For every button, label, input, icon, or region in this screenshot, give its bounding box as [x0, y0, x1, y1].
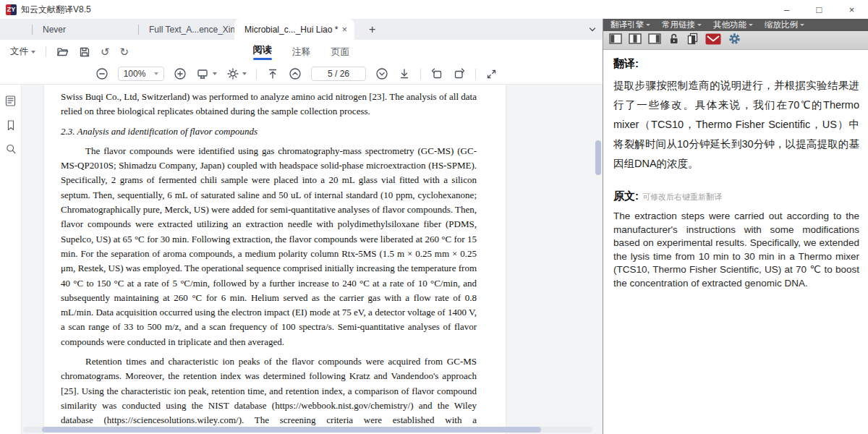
horizontal-scrollbar-thumb[interactable] [42, 427, 541, 433]
search-button[interactable] [5, 143, 17, 155]
unlock-icon [668, 33, 680, 45]
tab-label: Never [43, 25, 66, 35]
thumbnails-button[interactable] [4, 95, 17, 107]
doc-paragraph[interactable]: Swiss Buqi Co., Ltd, Switzerland) was pe… [61, 90, 477, 119]
page-indicator-value: 5 / 26 [328, 69, 349, 79]
menu-common-links[interactable]: 常用链接 [662, 20, 702, 30]
toolbar-divider [256, 69, 257, 80]
original-heading: 原文: [613, 190, 639, 202]
display-mode-button[interactable] [196, 67, 217, 80]
rotate-right-button[interactable] [453, 67, 466, 80]
maximize-button[interactable]: □ [803, 0, 835, 19]
toolbar-divider [46, 46, 46, 57]
outline-icon [4, 95, 17, 107]
save-button[interactable] [79, 46, 90, 58]
toolbar-divider [420, 69, 421, 80]
bookmarks-button[interactable] [5, 119, 17, 131]
folder-open-icon [56, 46, 69, 58]
next-page-button[interactable] [375, 67, 388, 80]
minimize-button[interactable]: – [770, 0, 803, 19]
tab-page[interactable]: 页面 [331, 46, 350, 59]
zoom-out-button[interactable] [95, 67, 109, 80]
brightness-button[interactable] [226, 67, 247, 80]
minus-circle-icon [95, 67, 109, 80]
doc-section-heading[interactable]: 2.3. Analysis and identification of flav… [61, 124, 477, 139]
translation-text: 提取步骤按照制造商的说明进行，并根据实验结果进行了一些修改。具体来说，我们在70… [613, 76, 859, 174]
undo-button[interactable]: ↺ [101, 46, 110, 57]
file-menu-label: 文件 [10, 46, 28, 58]
tab-close-icon[interactable]: × [340, 24, 349, 35]
sidebar-rail [0, 85, 22, 434]
window-controls: – □ × [770, 0, 868, 19]
menu-zoom-ratio[interactable]: 缩放比例 [765, 20, 804, 30]
close-button[interactable]: × [835, 0, 868, 19]
translation-iconbar [603, 31, 868, 50]
settings-button[interactable] [728, 32, 741, 48]
arrow-to-top-icon [266, 67, 279, 80]
dropdown-caret-icon [800, 24, 804, 26]
brightness-icon [226, 67, 239, 80]
layout-right-button[interactable] [648, 33, 661, 47]
open-file-button[interactable] [56, 46, 69, 58]
translation-menubar: 翻译引擎 常用链接 其他功能 缩放比例 [603, 19, 868, 31]
plus-circle-icon [174, 67, 187, 80]
zoom-level-select[interactable]: 100% [118, 67, 164, 81]
vertical-scrollbar-thumb[interactable] [595, 140, 601, 175]
rotate-left-icon [430, 67, 443, 80]
mail-button[interactable] [705, 33, 721, 48]
dropdown-caret-icon [749, 24, 753, 26]
rotate-left-button[interactable] [430, 67, 443, 80]
zoom-in-button[interactable] [174, 67, 187, 80]
layout-right-icon [648, 33, 661, 44]
layout-center-button[interactable] [629, 33, 642, 47]
copy-icon [686, 33, 699, 45]
menu-label: 常用链接 [662, 20, 695, 30]
pdf-viewport[interactable]: Swiss Buqi Co., Ltd, Switzerland) was pe… [22, 85, 603, 434]
chevron-down-circle-icon [375, 67, 388, 80]
view-toolbar: 100% [0, 64, 603, 85]
display-mode-icon [196, 67, 210, 80]
scroll-to-top-button[interactable] [266, 67, 279, 80]
page-number-input[interactable]: 5 / 26 [311, 67, 366, 81]
tab-label: Microbial_c..._Hui Liao * [244, 25, 338, 35]
original-text[interactable]: The extraction steps were carried out ac… [613, 210, 859, 291]
pdf-page[interactable]: Swiss Buqi Co., Ltd, Switzerland) was pe… [44, 85, 506, 434]
titlebar: ZY 知云文献翻译V8.5 – □ × [0, 0, 868, 19]
prev-page-button[interactable] [289, 67, 302, 80]
tab-read[interactable]: 阅读 [253, 43, 272, 60]
chevron-up-circle-icon [289, 67, 302, 80]
unlock-button[interactable] [668, 33, 680, 48]
dropdown-caret-icon [31, 51, 35, 54]
doc-paragraph[interactable]: Retention times and characteristic ion p… [61, 354, 477, 427]
scroll-to-bottom-button[interactable] [398, 67, 411, 80]
layout-left-button[interactable] [609, 33, 622, 47]
menu-label: 缩放比例 [765, 20, 798, 30]
new-tab-button[interactable]: + [365, 22, 380, 37]
layout-left-icon [609, 33, 622, 44]
menu-label: 其他功能 [713, 20, 746, 30]
layout-center-icon [629, 33, 642, 44]
mail-icon [705, 33, 721, 45]
copy-button[interactable] [686, 33, 699, 48]
menu-translation-engine[interactable]: 翻译引擎 [610, 20, 650, 30]
rotate-right-icon [453, 67, 466, 80]
arrow-to-bottom-icon [398, 67, 411, 80]
file-menu[interactable]: 文件 [10, 46, 35, 58]
save-icon [79, 46, 90, 58]
tab-fulltext-xinhua[interactable]: Full Text_A...ence_Xinhua [139, 19, 234, 40]
tab-never[interactable]: Never [33, 19, 138, 40]
app-title: 知云文献翻译V8.5 [21, 4, 91, 16]
dropdown-caret-icon [242, 72, 247, 75]
tab-microbial-active[interactable]: Microbial_c..._Hui Liao * × [234, 19, 354, 40]
doc-paragraph[interactable]: The flavor compounds were identified usi… [61, 144, 477, 349]
doc-vertical-scrollbar[interactable] [595, 85, 601, 434]
doc-horizontal-scrollbar[interactable] [23, 427, 592, 433]
fullscreen-button[interactable] [485, 68, 498, 80]
gear-icon [728, 32, 741, 46]
redo-button[interactable]: ↻ [120, 46, 129, 57]
menu-other-functions[interactable]: 其他功能 [713, 20, 753, 30]
app-window: ZY 知云文献翻译V8.5 – □ × Never Full Text_A...… [0, 0, 868, 434]
view-mode-tabs: 阅读 注释 页面 [253, 40, 350, 64]
tab-annotate[interactable]: 注释 [292, 46, 311, 59]
tab-overflow-chevron-icon[interactable] [588, 25, 597, 34]
